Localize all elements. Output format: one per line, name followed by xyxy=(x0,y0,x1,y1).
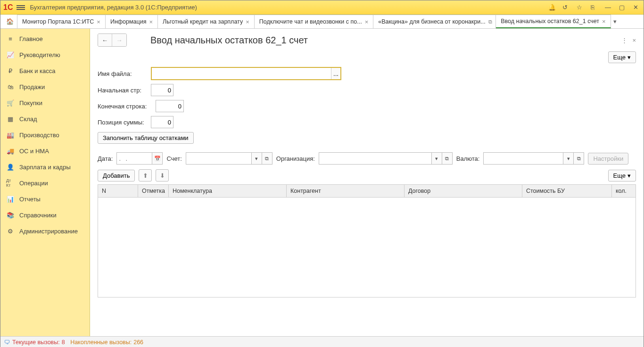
tab-info[interactable]: Информация× xyxy=(106,15,158,28)
sidebar-item-hr[interactable]: 👤Зарплата и кадры xyxy=(0,159,90,175)
sidebar-item-bank[interactable]: ₽Банк и касса xyxy=(0,63,90,79)
close-icon[interactable]: × xyxy=(246,18,249,25)
filename-input[interactable] xyxy=(152,68,331,79)
sidebar-item-assets[interactable]: 🚚ОС и НМА xyxy=(0,143,90,159)
col-cost[interactable]: Стоимость БУ xyxy=(522,185,612,197)
tab-vaccine[interactable]: «Вакцина» для бизнеса от коронакри...⧉ xyxy=(373,15,496,28)
organization-input[interactable] xyxy=(319,152,432,165)
close-icon[interactable]: × xyxy=(97,18,100,25)
open-icon[interactable]: ⧉ xyxy=(262,152,272,165)
grid-body[interactable] xyxy=(98,198,636,296)
move-down-button[interactable]: ⬇ xyxy=(156,169,169,182)
sum-pos-input[interactable] xyxy=(151,116,173,128)
bag-icon: 🛍 xyxy=(6,83,15,91)
star-icon[interactable]: ☆ xyxy=(577,4,584,11)
forward-button[interactable]: → xyxy=(112,34,126,46)
tab-monitor[interactable]: Монитор Портала 1С:ИТС× xyxy=(17,15,106,28)
sidebar-item-sales[interactable]: 🛍Продажи xyxy=(0,79,90,95)
close-icon[interactable]: × xyxy=(602,18,606,25)
chart-icon: 📈 xyxy=(6,50,15,59)
popout-icon[interactable]: ⧉ xyxy=(488,19,492,25)
add-button[interactable]: Добавить xyxy=(98,170,135,182)
close-icon[interactable]: × xyxy=(365,18,369,25)
status-bar: 🗨 Текущие вызовы: 8 Накопленные вызовы: … xyxy=(0,336,644,347)
sidebar-item-warehouse[interactable]: ▦Склад xyxy=(0,111,90,127)
bell-icon[interactable]: 🔔 xyxy=(548,4,556,11)
settings-button[interactable]: Настройки xyxy=(588,153,628,165)
app-logo: 1C xyxy=(3,3,13,12)
tabs-dropdown-icon[interactable]: ▾ xyxy=(611,15,619,28)
close-icon[interactable]: × xyxy=(149,18,153,25)
cart-icon: 🛒 xyxy=(6,99,15,107)
sidebar-item-label: Покупки xyxy=(19,99,42,107)
app-title: Бухгалтерия предприятия, редакция 3.0 (1… xyxy=(30,4,197,11)
col-mark[interactable]: Отметка xyxy=(138,185,169,197)
sidebar-item-label: Операции xyxy=(19,180,48,187)
col-nomenclature[interactable]: Номенклатура xyxy=(169,185,287,197)
move-up-button[interactable]: ⬆ xyxy=(139,169,152,182)
chevron-down-icon[interactable]: ▾ xyxy=(252,152,262,165)
col-contract[interactable]: Договор xyxy=(405,185,522,197)
sidebar-item-label: Склад xyxy=(19,116,37,123)
link-icon[interactable]: ⎘ xyxy=(591,4,598,11)
hamburger-icon[interactable] xyxy=(17,4,25,11)
kebab-icon[interactable]: ⋮ xyxy=(621,37,627,44)
chevron-down-icon[interactable]: ▾ xyxy=(563,152,574,165)
more-button-2[interactable]: Еще ▾ xyxy=(608,170,636,182)
gear-icon: ⚙ xyxy=(6,227,15,235)
calendar-icon[interactable]: 📅 xyxy=(152,152,163,165)
back-button[interactable]: ← xyxy=(98,34,112,46)
tab-chat[interactable]: Подключите чат и видеозвонки с по...× xyxy=(255,15,373,28)
main-content: ← → Ввод начальных остатков 62_1 счет ⋮ … xyxy=(90,29,644,336)
start-row-label: Начальная стр: xyxy=(98,87,147,94)
sidebar-item-main[interactable]: ≡Главное xyxy=(0,31,90,47)
end-row-label: Конечная строка: xyxy=(98,103,152,110)
currency-input[interactable] xyxy=(483,152,563,165)
menu-icon: ≡ xyxy=(6,34,15,43)
open-icon[interactable]: ⧉ xyxy=(574,152,584,165)
close-icon[interactable]: ✕ xyxy=(633,4,641,11)
close-page-icon[interactable]: × xyxy=(632,37,636,44)
minimize-icon[interactable]: — xyxy=(605,4,612,11)
chevron-down-icon[interactable]: ▾ xyxy=(432,152,442,165)
sum-pos-label: Позиция суммы: xyxy=(98,119,147,126)
history-icon[interactable]: ↺ xyxy=(562,4,570,11)
col-contractor[interactable]: Контрагент xyxy=(287,185,405,197)
sidebar-item-label: Продажи xyxy=(19,83,45,91)
sidebar-item-directories[interactable]: 📚Справочники xyxy=(0,207,90,223)
sidebar-item-manager[interactable]: 📈Руководителю xyxy=(0,47,90,63)
sidebar: ≡Главное 📈Руководителю ₽Банк и касса 🛍Пр… xyxy=(0,29,90,336)
dtkt-icon: Дт Кт xyxy=(6,179,15,187)
date-label: Дата: xyxy=(98,155,113,162)
data-grid[interactable]: N Отметка Номенклатура Контрагент Догово… xyxy=(98,184,636,297)
current-calls-label: Текущие вызовы: xyxy=(12,339,60,346)
tab-balances[interactable]: Ввод начальных остатков 62_1 счет× xyxy=(496,15,611,28)
sidebar-item-label: Отчеты xyxy=(19,196,41,203)
tab-credit[interactable]: Льготный кредит на зарплату× xyxy=(158,15,255,28)
sidebar-item-label: Производство xyxy=(19,132,59,139)
titlebar: 1C Бухгалтерия предприятия, редакция 3.0… xyxy=(0,0,644,15)
end-row-input[interactable] xyxy=(156,100,184,112)
maximize-icon[interactable]: ▢ xyxy=(619,4,627,11)
sidebar-item-operations[interactable]: Дт КтОперации xyxy=(0,175,90,191)
phone-icon: 🗨 xyxy=(4,339,10,346)
sidebar-item-reports[interactable]: 📊Отчеты xyxy=(0,191,90,207)
sidebar-item-purchases[interactable]: 🛒Покупки xyxy=(0,95,90,111)
grid-icon: ▦ xyxy=(6,115,15,123)
col-n[interactable]: N xyxy=(98,185,138,197)
current-calls-value: 8 xyxy=(62,339,65,346)
account-input[interactable] xyxy=(186,152,252,165)
sidebar-item-admin[interactable]: ⚙Администрирование xyxy=(0,223,90,239)
books-icon: 📚 xyxy=(6,211,15,219)
fill-table-button[interactable]: Заполнить таблицу остатками xyxy=(98,132,194,144)
open-icon[interactable]: ⧉ xyxy=(442,152,453,165)
browse-button[interactable]: ... xyxy=(331,68,340,79)
sidebar-item-label: Руководителю xyxy=(19,51,60,58)
tab-bar: 🏠 Монитор Портала 1С:ИТС× Информация× Ль… xyxy=(0,15,644,29)
col-qty[interactable]: кол. xyxy=(612,185,636,197)
more-button[interactable]: Еще ▾ xyxy=(608,51,636,63)
start-row-input[interactable] xyxy=(151,84,173,96)
date-input[interactable] xyxy=(116,152,152,165)
sidebar-item-production[interactable]: 🏭Производство xyxy=(0,127,90,143)
home-tab[interactable]: 🏠 xyxy=(2,15,17,28)
